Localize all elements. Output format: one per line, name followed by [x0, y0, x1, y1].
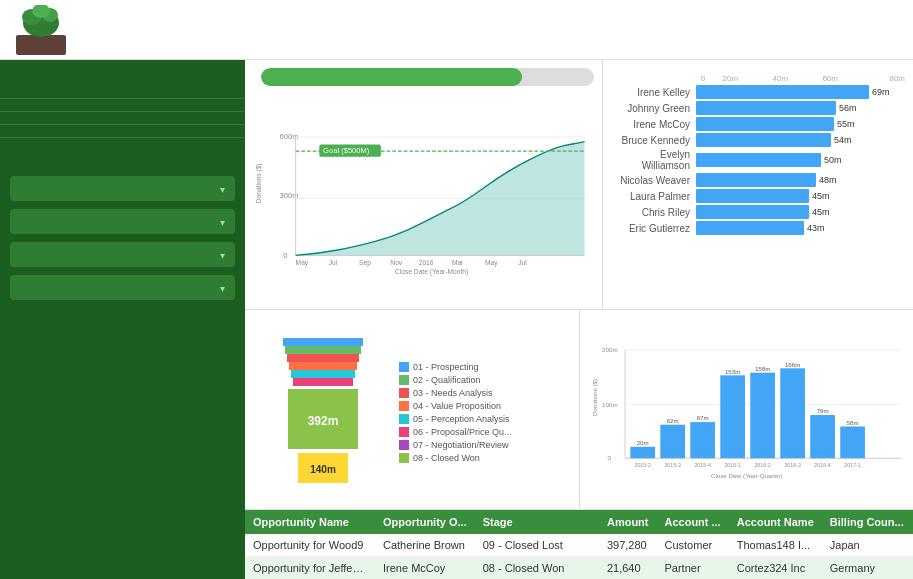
owner-bar-label: 43m — [807, 223, 825, 233]
metric-avg-donation — [0, 99, 245, 112]
svg-text:Jul: Jul — [329, 259, 338, 266]
stage-color-swatch — [399, 427, 409, 437]
owner-row: Eric Gutierrez 43m — [611, 221, 905, 235]
svg-text:20m: 20m — [636, 439, 648, 446]
owner-bar-label: 54m — [834, 135, 852, 145]
svg-text:Donations ($): Donations ($) — [255, 163, 263, 203]
svg-rect-32 — [293, 378, 353, 386]
stage-color-swatch — [399, 440, 409, 450]
svg-text:58m: 58m — [846, 419, 858, 426]
owner-bar — [696, 221, 804, 235]
svg-text:153m: 153m — [724, 368, 739, 375]
stage-color-swatch — [399, 414, 409, 424]
svg-rect-28 — [285, 346, 361, 354]
chevron-down-icon: ▾ — [220, 217, 225, 228]
stage-label: 01 - Prospecting — [413, 362, 479, 372]
owner-name: Laura Palmer — [611, 191, 696, 202]
svg-text:158m: 158m — [754, 365, 769, 372]
stage-legend-item: 03 - Needs Analysis — [399, 388, 571, 398]
owner-name: Eric Gutierrez — [611, 223, 696, 234]
owner-row: Johnny Green 56m — [611, 101, 905, 115]
svg-text:Goal ($500M): Goal ($500M) — [323, 146, 370, 155]
owner-bar-label: 69m — [872, 87, 890, 97]
filter-close-date-select[interactable]: ▾ — [20, 250, 225, 261]
owner-bar-container: 43m — [696, 221, 905, 235]
cumulative-svg: 600m 300m 0 Donations ($) — [253, 96, 594, 301]
svg-text:0: 0 — [607, 454, 611, 461]
table-header: Opportunity NameOpportunity O...StageAmo… — [245, 510, 913, 534]
stage-legend-item: 04 - Value Proposition — [399, 401, 571, 411]
svg-rect-30 — [289, 362, 357, 370]
svg-rect-55 — [720, 375, 745, 458]
table-column-header: Amount — [599, 510, 657, 534]
table-cell: Thomas148 I... — [729, 534, 822, 557]
table-row: Opportunity for Wood9Catherine Brown09 -… — [245, 534, 913, 557]
owner-bar-container: 48m — [696, 173, 905, 187]
stage-chart-content: 392m 140m 01 - Prospecting 02 - Qualific… — [253, 324, 571, 501]
table-cell: Irene McCoy — [375, 557, 475, 580]
filter-amount[interactable]: ▾ — [10, 209, 235, 234]
owner-bar-container: 45m — [696, 189, 905, 203]
chart-cumulative: 600m 300m 0 Donations ($) — [245, 60, 603, 309]
filter-close-date[interactable]: ▾ — [10, 242, 235, 267]
owner-bar-container: 50m — [696, 153, 905, 167]
filter-amount-select[interactable]: ▾ — [20, 217, 225, 228]
filter-billing-country[interactable]: ▾ — [10, 275, 235, 300]
owner-bar-container: 56m — [696, 101, 905, 115]
svg-text:2016-3: 2016-3 — [784, 462, 801, 468]
table-body: Opportunity for Wood9Catherine Brown09 -… — [245, 534, 913, 579]
svg-text:79m: 79m — [816, 407, 828, 414]
filter-opportunity-owner-select[interactable]: ▾ — [20, 184, 225, 195]
svg-rect-0 — [16, 35, 66, 55]
owner-name: Johnny Green — [611, 103, 696, 114]
stage-svg: 392m 140m — [263, 333, 383, 493]
owner-bar — [696, 117, 834, 131]
owner-row: Evelyn Williamson 50m — [611, 149, 905, 171]
filter-billing-country-select[interactable]: ▾ — [20, 283, 225, 294]
table-cell: 21,640 — [599, 557, 657, 580]
owner-bar — [696, 205, 809, 219]
svg-text:Close Date (Year-Month): Close Date (Year-Month) — [395, 268, 468, 276]
svg-text:Jul: Jul — [518, 259, 527, 266]
logo-icon — [16, 5, 66, 55]
table-cell: 08 - Closed Won — [475, 557, 599, 580]
stage-legend-item: 06 - Proposal/Price Qu... — [399, 427, 571, 437]
table-cell: Opportunity for Jefferson17 — [245, 557, 375, 580]
table-cell: Cortez324 Inc — [729, 557, 822, 580]
owner-name: Nicolas Weaver — [611, 175, 696, 186]
table-row: Opportunity for Jefferson17Irene McCoy08… — [245, 557, 913, 580]
owner-bar — [696, 133, 831, 147]
owner-name: Bruce Kennedy — [611, 135, 696, 146]
owner-name: Evelyn Williamson — [611, 149, 696, 171]
owner-name: Chris Riley — [611, 207, 696, 218]
svg-text:2016-4: 2016-4 — [814, 462, 831, 468]
chevron-down-icon: ▾ — [220, 184, 225, 195]
chart-top-owners: 0 20m 40m 60m 80m Irene Kelley 69m Johnn… — [603, 60, 913, 309]
svg-rect-67 — [840, 426, 865, 458]
chevron-down-icon: ▾ — [220, 283, 225, 294]
svg-text:Nov: Nov — [390, 259, 402, 266]
filter-opportunity-owner[interactable]: ▾ — [10, 176, 235, 201]
svg-text:2015-4: 2015-4 — [694, 462, 711, 468]
stage-legend-item: 05 - Perception Analysis — [399, 414, 571, 424]
svg-rect-46 — [630, 447, 655, 458]
svg-text:Close Date (Year-Quarter): Close Date (Year-Quarter) — [710, 472, 782, 479]
table-cell: 09 - Closed Lost — [475, 534, 599, 557]
main-layout: ▾ ▾ ▾ ▾ — [0, 60, 913, 579]
svg-rect-49 — [660, 425, 685, 459]
stage-label: 07 - Negotiation/Review — [413, 440, 509, 450]
stage-label: 03 - Needs Analysis — [413, 388, 493, 398]
owner-row: Nicolas Weaver 48m — [611, 173, 905, 187]
stage-label: 05 - Perception Analysis — [413, 414, 510, 424]
stage-label: 08 - Closed Won — [413, 453, 480, 463]
owner-bar — [696, 85, 869, 99]
stage-legend-item: 01 - Prospecting — [399, 362, 571, 372]
owner-row: Bruce Kennedy 54m — [611, 133, 905, 147]
table-cell: Partner — [657, 557, 729, 580]
svg-rect-64 — [810, 415, 835, 458]
table-column-header: Account ... — [657, 510, 729, 534]
svg-text:2015-2: 2015-2 — [634, 462, 651, 468]
stage-color-swatch — [399, 401, 409, 411]
owners-axis: 0 20m 40m 60m 80m — [611, 74, 905, 83]
owner-bar-label: 56m — [839, 103, 857, 113]
